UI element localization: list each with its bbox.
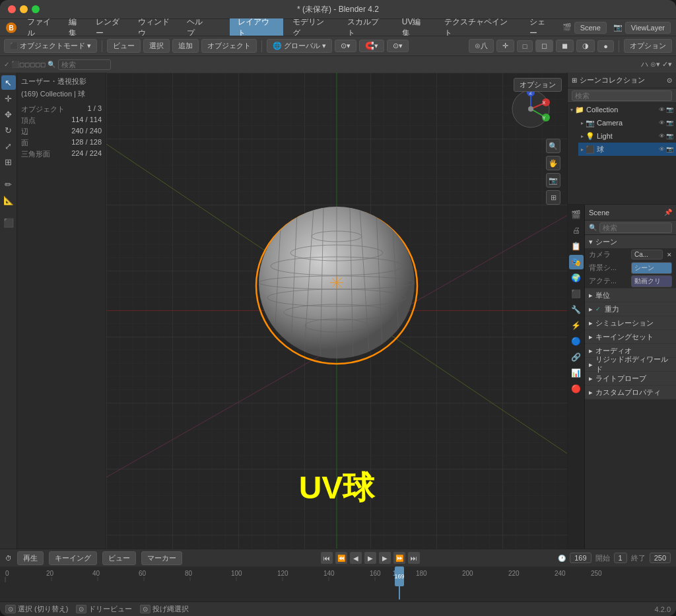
play-btn-ctrl[interactable]: ▶ [364, 552, 376, 564]
maximize-button[interactable] [32, 5, 40, 13]
transform-space[interactable]: 🌐 グローバル ▾ [267, 39, 332, 53]
render-prop-icon[interactable]: 🎬 [569, 207, 584, 222]
output-prop-icon[interactable]: 🖨 [569, 223, 584, 238]
frame-info: 🕐 169 開始 1 終了 250 [558, 553, 671, 563]
marker-btn[interactable]: マーカー [141, 551, 182, 565]
render-icon2[interactable]: 📷 [666, 120, 673, 126]
camera-prop-val[interactable]: Ca... [631, 250, 663, 259]
overlay-btn[interactable]: ⊙八 [469, 39, 494, 53]
view-tl-btn[interactable]: ビュー [102, 551, 136, 565]
jump-next-key-btn[interactable]: ⏩ [393, 552, 405, 564]
props-search[interactable] [599, 222, 672, 233]
mode-selector[interactable]: ⬛ オブジェクトモード ▾ [4, 39, 97, 53]
jump-start-btn[interactable]: ⏮ [321, 552, 333, 564]
select-menu[interactable]: 選択 [143, 39, 170, 53]
dolly-status: ⊙ ドリービュー [76, 604, 132, 614]
keying-btn[interactable]: キーイング [49, 551, 97, 565]
annotate-tool[interactable]: ✏ [1, 177, 16, 191]
keying-header[interactable]: ▸ キーイングセット [585, 330, 676, 343]
checkbox-gravity[interactable]: ✓ [595, 306, 601, 312]
modifier-prop-icon[interactable]: 🔧 [569, 302, 584, 317]
camera-view-btn[interactable]: 📷 [546, 173, 560, 188]
data-prop-icon[interactable]: 📊 [569, 366, 584, 380]
zoom-out-btn[interactable]: 🖐 [546, 156, 560, 170]
timeline-track[interactable]: 0 20 40 60 80 100 120 140 160 169 180 20… [0, 566, 676, 601]
render-icon4[interactable]: 📷 [666, 146, 673, 153]
pivot-btn[interactable]: ⊙▾ [335, 40, 356, 52]
outliner-filter-icon[interactable]: ⊙ [667, 77, 672, 84]
physics-prop-icon[interactable]: 🔵 [569, 334, 584, 349]
face-count: 128 / 128 [71, 138, 102, 148]
outliner-search[interactable] [572, 90, 672, 101]
cursor-tool[interactable]: ✛ [1, 91, 16, 106]
rotate-tool[interactable]: ↻ [1, 123, 16, 137]
viewlayer-selector[interactable]: ViewLayer [625, 22, 671, 34]
minimize-button[interactable] [20, 5, 28, 13]
material-prop-icon[interactable]: 🔴 [569, 382, 584, 396]
view-menu[interactable]: ビュー [107, 39, 141, 53]
close-button[interactable] [8, 5, 16, 13]
snap-btn[interactable]: 🧲▾ [359, 40, 384, 52]
eye-icon[interactable]: 👁 [659, 106, 665, 113]
gravity-header[interactable]: ▸ ✓ 重力 [585, 302, 676, 316]
dolly-label: ドリービュー [88, 604, 132, 614]
eye-icon2[interactable]: 👁 [659, 120, 665, 126]
proportional-btn[interactable]: ⊙▾ [387, 40, 409, 52]
bg-prop-val[interactable]: シーン [631, 262, 672, 274]
shade-solid-btn[interactable]: ◼ [556, 40, 574, 52]
scene-section-header[interactable]: ▾ シーン [585, 235, 676, 248]
options-overlay-btn[interactable]: オプション [514, 78, 562, 92]
shade-wire-btn[interactable]: ◻ [535, 40, 553, 52]
eye-icon4[interactable]: 👁 [659, 146, 665, 153]
ortho-toggle-btn[interactable]: ⊞ [546, 190, 560, 205]
constraints-prop-icon[interactable]: 🔗 [569, 350, 584, 364]
transform-tool[interactable]: ⊞ [1, 154, 16, 169]
shade-mat-btn[interactable]: ◑ [576, 40, 595, 52]
move-tool[interactable]: ✥ [1, 107, 16, 121]
select-tool[interactable]: ↖ [1, 75, 16, 90]
close-icon[interactable]: ✕ [667, 252, 672, 258]
outliner-item-light[interactable]: ▸ 💡 Light 👁 📷 [578, 129, 676, 143]
xray-btn[interactable]: □ [517, 40, 533, 52]
svg-text:80: 80 [185, 570, 193, 577]
object-prop-icon[interactable]: ⬛ [569, 287, 584, 301]
simulation-header[interactable]: ▸ シミュレーション [585, 316, 676, 329]
outliner-item-sphere[interactable]: ▸ ⬛ 球 👁 📷 [578, 143, 676, 156]
world-prop-icon[interactable]: 🌍 [569, 271, 584, 285]
particles-prop-icon[interactable]: ⚡ [569, 318, 584, 333]
global-search[interactable] [58, 59, 111, 70]
render-icon3[interactable]: 📷 [666, 133, 673, 139]
scene-selector[interactable]: Scene [574, 22, 607, 34]
units-header[interactable]: ▸ 単位 [585, 289, 676, 302]
jump-prev-key-btn[interactable]: ⏪ [335, 552, 347, 564]
play-btn[interactable]: 再生 [17, 551, 44, 565]
object-menu[interactable]: オブジェクト [201, 39, 257, 53]
simulation-section: ▸ シミュレーション [585, 316, 676, 330]
view-layer-prop-icon[interactable]: 📋 [569, 239, 584, 254]
add-menu[interactable]: 追加 [172, 39, 199, 53]
scene-prop-icon[interactable]: 🎭 [569, 255, 584, 269]
rigid-header[interactable]: ▸ リジッドボディワールド [585, 358, 676, 371]
shade-render-btn[interactable]: ● [597, 40, 614, 52]
pin-icon[interactable]: 📌 [664, 209, 672, 216]
render-icon[interactable]: 📷 [666, 106, 673, 113]
outliner-item-camera[interactable]: ▸ 📷 Camera 👁 📷 [578, 116, 676, 129]
customprop-header[interactable]: ▸ カスタムプロパティ [585, 386, 676, 399]
dolly-kbd: ⊙ [76, 605, 86, 613]
step-fwd-btn[interactable]: ▶ [379, 552, 391, 564]
box-tool[interactable]: ⬛ [1, 215, 16, 230]
step-back-btn[interactable]: ◀ [350, 552, 362, 564]
gizmo-btn[interactable]: ✛ [496, 40, 514, 52]
eye-icon3[interactable]: 👁 [659, 133, 665, 139]
edge-label: 辺 [21, 127, 28, 137]
navigation-gizmo[interactable]: X Y Z [508, 86, 554, 132]
active-prop-val[interactable]: 動画クリ [631, 275, 672, 287]
jump-end-btn[interactable]: ⏭ [408, 552, 420, 564]
zoom-in-btn[interactable]: 🔍 [546, 139, 560, 153]
options-btn[interactable]: オプション [624, 39, 672, 53]
gravity-section: ▸ ✓ 重力 [585, 302, 676, 316]
scale-tool[interactable]: ⤢ [1, 139, 16, 153]
outliner-item-collection[interactable]: ▾ 📁 Collection 👁 📷 [568, 103, 676, 116]
viewport-3d[interactable]: UV球 X Y Z [106, 73, 567, 549]
measure-tool[interactable]: 📐 [1, 193, 16, 207]
